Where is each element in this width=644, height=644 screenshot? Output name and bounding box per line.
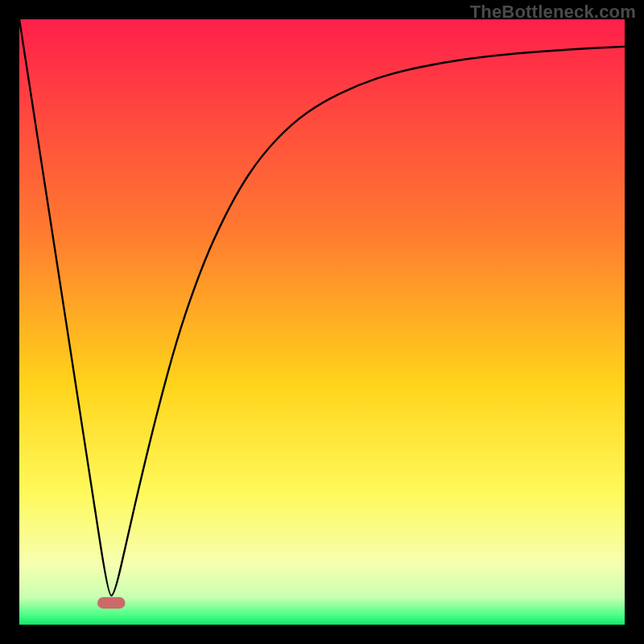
watermark-text: TheBottleneck.com	[470, 2, 636, 23]
plot-area	[19, 19, 625, 625]
bottleneck-chart	[19, 19, 625, 625]
gradient-background	[19, 19, 625, 625]
minimum-marker	[97, 597, 126, 609]
chart-frame: TheBottleneck.com	[0, 0, 644, 644]
